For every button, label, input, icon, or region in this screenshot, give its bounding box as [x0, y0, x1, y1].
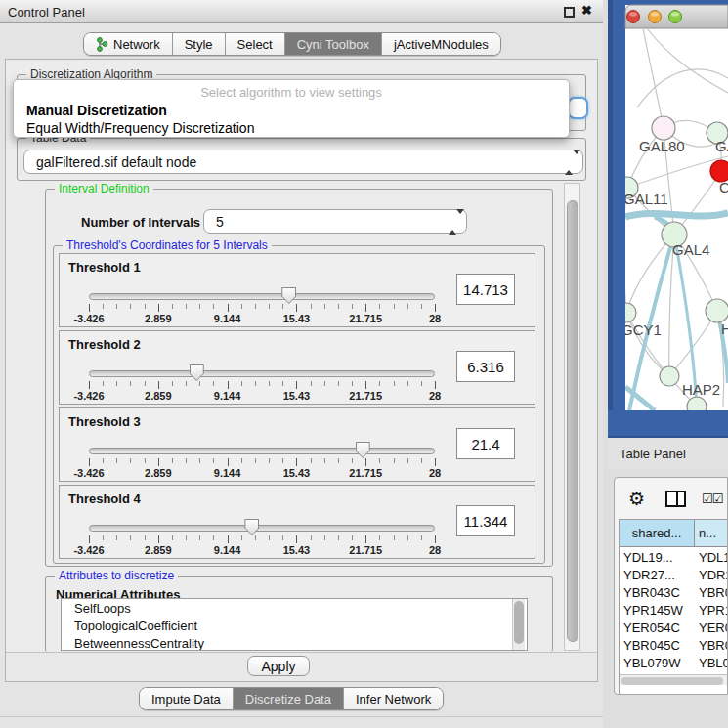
slider-scale-labels: -3.426 2.859 9.144 15.43 21.715 28	[89, 544, 435, 556]
node-label-partial: GA	[715, 138, 728, 154]
slider-track[interactable]	[89, 448, 435, 454]
threshold-3-slider[interactable]: -3.426 2.859 9.144 15.43 21.715 28	[89, 444, 435, 477]
select-columns-checkboxes-icon[interactable]: ☑☑	[702, 492, 722, 506]
threshold-4-panel: Threshold 4 -3.426 2.859 9.144 15.43 21.…	[59, 485, 535, 559]
table-horizontal-scrollbar[interactable]	[620, 674, 728, 685]
slider-track[interactable]	[89, 370, 435, 377]
table-row[interactable]: YER054CYER0	[620, 620, 728, 637]
table-row[interactable]: YBL079WYBL0	[620, 655, 728, 672]
table-data-combobox[interactable]: galFiltered.sif default node	[23, 150, 583, 174]
node-table[interactable]: shared... n... YDL19...YDL1 YDR27...YDR2…	[619, 519, 728, 695]
tab-select-label: Select	[237, 37, 273, 52]
traffic-light-minimize-icon[interactable]	[649, 11, 662, 23]
slider-thumb[interactable]	[244, 519, 259, 535]
column-header-name[interactable]: n...	[695, 520, 728, 547]
numerical-attributes-list[interactable]: SelfLoops TopologicalCoefficient Between…	[61, 598, 528, 651]
number-of-intervals-label: Number of Intervals	[81, 215, 200, 230]
traffic-light-close-icon[interactable]	[627, 11, 640, 23]
slider-scale-labels: -3.426 2.859 9.144 15.43 21.715 28	[89, 313, 435, 324]
slider-track[interactable]	[89, 525, 435, 532]
table-row[interactable]: YDL19...YDL1	[620, 549, 728, 567]
tab-network-label: Network	[113, 37, 160, 52]
tab-select[interactable]: Select	[226, 33, 285, 55]
table-horizontal-scrollbar-thumb[interactable]	[621, 677, 723, 685]
node-label-partial: C	[719, 179, 728, 195]
list-item[interactable]: BetweennessCentrality	[62, 634, 527, 651]
control-panel-window: Control Panel ✖ Network Style Select Cyn…	[0, 0, 603, 728]
panel-scrollbar-thumb[interactable]	[567, 200, 578, 642]
table-data-combobox-value: galFiltered.sif default node	[36, 154, 196, 170]
threshold-4-label: Threshold 4	[68, 492, 141, 506]
dropdown-option-equal-width-frequency[interactable]: Equal Width/Frequency Discretization	[26, 120, 254, 136]
apply-button[interactable]: Apply	[247, 656, 310, 676]
network-inner-window	[625, 5, 728, 410]
table-row[interactable]: YDR27...YDR2	[620, 567, 728, 584]
tab-impute-data-label: Impute Data	[151, 692, 221, 707]
tab-cyni-toolbox[interactable]: Cyni Toolbox	[285, 33, 382, 55]
slider-thumb[interactable]	[281, 287, 296, 304]
threshold-4-slider[interactable]: -3.426 2.859 9.144 15.43 21.715 28	[89, 521, 435, 554]
attributes-group-title: Attributes to discretize	[55, 569, 178, 582]
node-label-partial: H	[721, 321, 728, 337]
threshold-2-slider[interactable]: -3.426 2.859 9.144 15.43 21.715 28	[89, 366, 435, 400]
threshold-1-slider[interactable]: -3.426 2.859 9.144 15.43 21.715 28	[89, 289, 435, 322]
threshold-2-label: Threshold 2	[68, 337, 141, 352]
gear-icon[interactable]: ⚙	[628, 488, 645, 510]
threshold-3-label: Threshold 3	[68, 414, 141, 429]
threshold-4-value-field[interactable]: 11.344	[456, 505, 515, 536]
table-row[interactable]: YPR145WYPR1	[620, 602, 728, 620]
control-panel-titlebar: Control Panel ✖	[0, 0, 603, 23]
threshold-1-label: Threshold 1	[68, 260, 141, 275]
node-gal80[interactable]	[652, 116, 675, 140]
table-panel-toolbar: ⚙ ☑☑	[615, 478, 728, 519]
table-row[interactable]: YBR045CYBR0	[620, 637, 728, 655]
columns-icon[interactable]	[665, 491, 686, 507]
tab-network[interactable]: Network	[84, 33, 173, 55]
slider-track[interactable]	[89, 293, 435, 300]
combobox-stepper-icon	[565, 154, 574, 170]
attributes-list-scrollbar-thumb[interactable]	[514, 601, 524, 644]
node-label: GAL80	[639, 138, 685, 154]
table-row[interactable]: YIL052CYIL0	[620, 690, 728, 695]
node-label: GAL11	[623, 191, 668, 207]
table-panel-title: Table Panel	[620, 447, 686, 461]
tab-discretize-data-label: Discretize Data	[245, 692, 331, 707]
threshold-2-panel: Threshold 2 -3.426 2.859 9.144 15.43 21.…	[59, 330, 535, 405]
tab-infer-network-label: Infer Network	[356, 692, 431, 707]
number-of-intervals-value: 5	[216, 214, 224, 230]
node-label: HAP2	[682, 381, 720, 398]
slider-scale-labels: -3.426 2.859 9.144 15.43 21.715 28	[89, 390, 435, 402]
control-panel-tab-bar: Network Style Select Cyni Toolbox jActiv…	[83, 32, 501, 56]
algorithm-combobox-focused[interactable]	[568, 97, 588, 119]
tab-infer-network[interactable]: Infer Network	[344, 688, 443, 709]
float-window-icon[interactable]	[564, 7, 575, 18]
dropdown-option-manual-discretization[interactable]: Manual Discretization	[26, 103, 167, 118]
close-icon[interactable]: ✖	[581, 3, 592, 18]
threshold-3-panel: Threshold 3 -3.426 2.859 9.144 15.43 21.…	[59, 407, 535, 482]
node-right-mid[interactable]	[706, 299, 728, 322]
window-title: Control Panel	[8, 5, 85, 20]
threshold-1-panel: Threshold 1 -3.426 2.859 9.144 15.43 21.…	[59, 253, 535, 327]
network-view-window[interactable]: GAL80 GA C GAL11 GAL4 GCY1 H HAP2	[608, 0, 728, 438]
column-header-shared-name[interactable]: shared...	[620, 520, 695, 547]
list-item[interactable]: TopologicalCoefficient	[62, 617, 527, 634]
tab-jactivemnodules[interactable]: jActiveMNodules	[382, 33, 500, 55]
number-of-intervals-combobox[interactable]: 5	[203, 209, 467, 234]
list-item[interactable]: SelfLoops	[62, 599, 527, 617]
divider	[0, 716, 603, 717]
tab-style[interactable]: Style	[173, 33, 226, 55]
slider-thumb[interactable]	[356, 442, 370, 458]
threshold-3-value-field[interactable]: 21.4	[456, 428, 515, 459]
traffic-light-zoom-icon[interactable]	[669, 11, 682, 23]
table-row[interactable]: YBR043CYBR0	[620, 584, 728, 602]
tab-discretize-data[interactable]: Discretize Data	[234, 688, 344, 709]
slider-thumb[interactable]	[190, 364, 204, 381]
tab-impute-data[interactable]: Impute Data	[140, 688, 234, 709]
cyni-bottom-tab-bar: Impute Data Discretize Data Infer Networ…	[139, 687, 444, 710]
dropdown-placeholder-item: Select algorithm to view settings	[14, 85, 569, 100]
threshold-1-value-field[interactable]: 14.713	[456, 274, 515, 305]
node-label: GCY1	[621, 321, 662, 338]
node-hap2[interactable]	[660, 366, 679, 386]
table-panel: ⚙ ☑☑ shared... n... YDL19...YDL1 YDR27..…	[614, 477, 728, 695]
threshold-2-value-field[interactable]: 6.316	[456, 351, 515, 382]
